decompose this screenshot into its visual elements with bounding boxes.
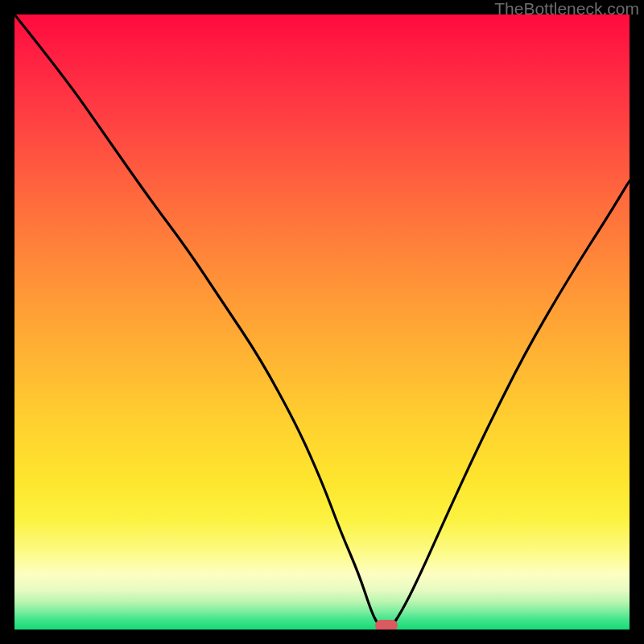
bottleneck-curve [14, 14, 630, 630]
plot-area [14, 14, 630, 630]
optimal-marker [375, 620, 398, 630]
chart-frame: TheBottleneck.com [0, 0, 644, 644]
watermark-text: TheBottleneck.com [494, 0, 639, 19]
